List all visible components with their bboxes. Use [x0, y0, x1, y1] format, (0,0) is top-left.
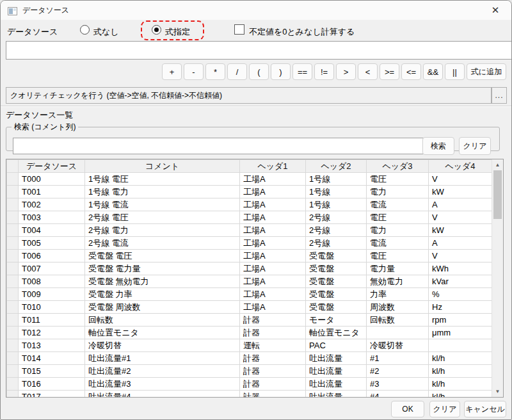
table-cell[interactable]: T011 [19, 314, 85, 327]
column-header[interactable]: データソース [19, 160, 85, 173]
table-row[interactable]: T009受電盤 力率工場A受電盤力率% [7, 288, 492, 301]
table-cell[interactable]: 1号線 [306, 186, 367, 198]
table-row[interactable]: T0052号線 電流工場A2号線電流A [7, 237, 492, 250]
table-cell[interactable]: 運転 [240, 339, 306, 352]
table-cell[interactable]: 2号線 [306, 237, 367, 250]
table-cell[interactable]: 2号線 [306, 224, 367, 237]
table-cell[interactable]: kW [429, 186, 492, 198]
row-selector-cell[interactable] [7, 365, 19, 378]
table-cell[interactable]: T009 [19, 288, 85, 301]
table-cell[interactable]: 電力 [367, 224, 429, 237]
radio-no-formula[interactable] [80, 25, 90, 35]
table-cell[interactable]: 受電盤 電圧 [85, 250, 240, 262]
table-cell[interactable]: T015 [19, 365, 85, 378]
table-cell[interactable]: 受電盤 力率 [85, 288, 240, 301]
table-cell[interactable]: T005 [19, 237, 85, 250]
search-clear-button[interactable]: クリア [459, 137, 491, 155]
table-cell[interactable]: 計器 [240, 391, 306, 398]
table-cell[interactable]: T014 [19, 352, 85, 365]
row-selector-cell[interactable] [7, 237, 19, 250]
table-cell[interactable]: 力率 [367, 288, 429, 301]
operator-button[interactable]: + [162, 63, 182, 80]
table-row[interactable]: T0001号線 電圧工場A1号線電圧V [7, 173, 492, 186]
row-selector-cell[interactable] [7, 186, 19, 198]
table-cell[interactable]: PAC [306, 339, 367, 352]
table-cell[interactable]: kl/h [429, 365, 492, 378]
operator-button[interactable]: <= [401, 63, 421, 80]
scrollbar-down-icon[interactable]: ▼ [492, 386, 503, 397]
table-cell[interactable]: 1号線 [306, 173, 367, 186]
table-cell[interactable]: 電流 [367, 198, 429, 211]
table-cell[interactable]: % [429, 288, 492, 301]
operator-button[interactable]: >= [380, 63, 399, 80]
table-cell[interactable]: T010 [19, 301, 85, 314]
table-cell[interactable]: 工場A [240, 288, 306, 301]
table-cell[interactable]: 吐出流量 [306, 391, 367, 398]
quality-browse-button[interactable]: ... [492, 87, 507, 104]
table-cell[interactable]: 工場A [240, 262, 306, 275]
table-cell[interactable]: 計器 [240, 327, 306, 339]
table-cell[interactable]: 2号線 電圧 [85, 211, 240, 224]
column-header[interactable]: ヘッダ4 [429, 160, 492, 173]
quality-check-field[interactable]: クオリティチェックを行う (空値->空値, 不信頼値->不信頼値) [6, 87, 492, 104]
table-cell[interactable]: 電力 [367, 186, 429, 198]
table-cell[interactable]: 電圧 [367, 211, 429, 224]
table-cell[interactable]: 工場A [240, 301, 306, 314]
table-cell[interactable]: 電圧 [367, 173, 429, 186]
operator-button[interactable]: != [314, 63, 334, 80]
table-cell[interactable]: 受電盤 [306, 262, 367, 275]
table-cell[interactable]: 吐出流量#4 [85, 391, 240, 398]
table-cell[interactable]: 受電盤 電力量 [85, 262, 240, 275]
table-row[interactable]: T0021号線 電流工場A1号線電流A [7, 198, 492, 211]
table-cell[interactable]: kWh [429, 262, 492, 275]
table-cell[interactable]: 1号線 電圧 [85, 173, 240, 186]
table-cell[interactable]: T003 [19, 211, 85, 224]
column-header[interactable]: ヘッダ1 [240, 160, 306, 173]
table-cell[interactable]: 工場A [240, 250, 306, 262]
table-cell[interactable]: V [429, 250, 492, 262]
table-cell[interactable]: T013 [19, 339, 85, 352]
row-selector-cell[interactable] [7, 173, 19, 186]
table-cell[interactable]: 回転数 [367, 314, 429, 327]
table-cell[interactable]: 計器 [240, 314, 306, 327]
table-row[interactable]: T012軸位置モニタ計器軸位置モニタμmm [7, 327, 492, 339]
row-selector-cell[interactable] [7, 301, 19, 314]
table-cell[interactable]: μmm [429, 327, 492, 339]
operator-button[interactable]: < [358, 63, 378, 80]
table-cell[interactable]: T006 [19, 250, 85, 262]
table-cell[interactable]: T008 [19, 275, 85, 288]
table-row[interactable]: T015吐出流量#2計器吐出流量#2kl/h [7, 365, 492, 378]
table-cell[interactable]: A [429, 237, 492, 250]
row-selector-cell[interactable] [7, 275, 19, 288]
undef-as-zero-label[interactable]: 不定値を0とみなし計算する [249, 26, 355, 38]
table-cell[interactable]: 吐出流量 [306, 365, 367, 378]
close-icon[interactable]: ✕ [488, 4, 502, 17]
table-cell[interactable]: 計器 [240, 378, 306, 391]
table-cell[interactable]: 1号線 電流 [85, 198, 240, 211]
row-selector-cell[interactable] [7, 352, 19, 365]
table-row[interactable]: T007受電盤 電力量工場A受電盤電力量kWh [7, 262, 492, 275]
table-cell[interactable]: T016 [19, 378, 85, 391]
table-cell[interactable]: 吐出流量#2 [85, 365, 240, 378]
table-cell[interactable]: 受電盤 [306, 250, 367, 262]
scrollbar-up-icon[interactable]: ▲ [492, 159, 503, 170]
clear-button[interactable]: クリア [429, 401, 460, 417]
table-cell[interactable]: 2号線 電力 [85, 224, 240, 237]
row-selector-cell[interactable] [7, 224, 19, 237]
table-cell[interactable]: 受電盤 [306, 275, 367, 288]
table-cell[interactable]: 1号線 電力 [85, 186, 240, 198]
table-cell[interactable]: 計器 [240, 365, 306, 378]
table-cell[interactable]: 吐出流量 [306, 378, 367, 391]
operator-button[interactable]: ) [271, 63, 291, 80]
row-selector-cell[interactable] [7, 262, 19, 275]
table-cell[interactable]: 受電盤 [306, 288, 367, 301]
table-cell[interactable]: 吐出流量 [306, 352, 367, 365]
table-cell[interactable]: kVar [429, 275, 492, 288]
table-row[interactable]: T010受電盤 周波数工場A受電盤周波数Hz [7, 301, 492, 314]
table-cell[interactable]: #4 [367, 391, 429, 398]
row-selector-cell[interactable] [7, 327, 19, 339]
table-cell[interactable]: T002 [19, 198, 85, 211]
table-cell[interactable]: Hz [429, 301, 492, 314]
table-row[interactable]: T0011号線 電力工場A1号線電力kW [7, 186, 492, 198]
operator-button[interactable]: == [292, 63, 312, 80]
